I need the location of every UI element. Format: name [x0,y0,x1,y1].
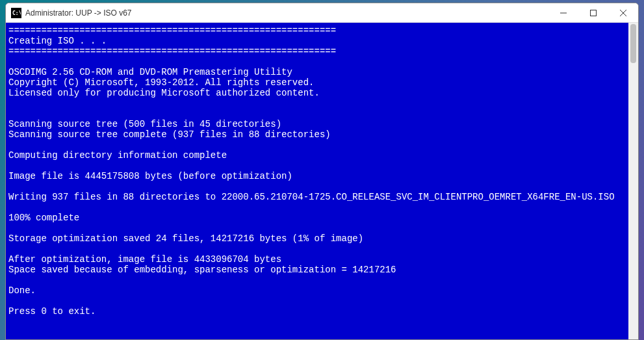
titlebar[interactable]: C:\ Administrator: UUP -> ISO v67 [6,3,638,23]
svg-text:C:\: C:\ [12,10,21,16]
terminal-output[interactable]: ========================================… [6,23,628,339]
app-window: C:\ Administrator: UUP -> ISO v67 ======… [5,3,639,340]
window-controls [548,3,638,22]
close-button[interactable] [608,3,638,22]
scrollbar-thumb[interactable] [630,24,636,63]
maximize-button[interactable] [578,3,608,22]
minimize-button[interactable] [548,3,578,22]
svg-rect-3 [591,10,597,16]
cmd-icon: C:\ [11,8,21,18]
scrollbar[interactable] [628,23,638,339]
window-title: Administrator: UUP -> ISO v67 [25,8,548,18]
terminal-wrapper: ========================================… [6,23,638,339]
